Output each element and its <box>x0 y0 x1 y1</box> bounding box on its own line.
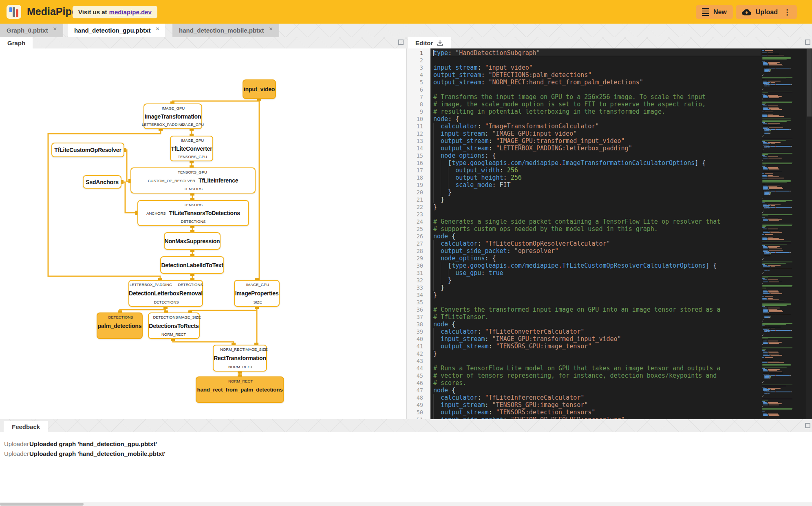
code-line: output_stream: "DETECTIONS:palm_detectio… <box>430 71 805 79</box>
file-tab-hand_detection_gpu.pbtxt[interactable]: hand_detection_gpu.pbtxt✕ <box>68 24 165 37</box>
line-number: 12 <box>417 130 423 137</box>
graph-node-non_max_suppression[interactable]: NonMaxSuppression <box>164 232 221 250</box>
file-tab-bar: Graph_0.pbtxt✕hand_detection_gpu.pbtxt✕h… <box>0 24 812 37</box>
tab-graph[interactable]: Graph <box>0 37 33 48</box>
code-line: node: { <box>430 115 805 123</box>
line-number-gutter: 1234567891011121314151617181920212223242… <box>407 48 430 419</box>
code-line: # vector of tensors representing, for in… <box>430 372 805 379</box>
tab-editor[interactable]: Editor <box>408 37 451 48</box>
line-number: 33 <box>417 284 423 291</box>
graph-expand-icon[interactable] <box>398 40 404 45</box>
line-number: 8 <box>420 101 423 108</box>
code-line: # TfLiteTensor. <box>430 313 805 321</box>
file-tab-hand_detection_mobile.pbtxt[interactable]: hand_detection_mobile.pbtxt✕ <box>172 24 279 37</box>
node-title: SsdAnchors <box>86 179 118 185</box>
file-tab-label: hand_detection_gpu.pbtxt <box>74 27 151 34</box>
code-line: # Converts the transformed input image o… <box>430 306 805 313</box>
line-number: 17 <box>417 167 423 174</box>
line-number: 11 <box>417 123 423 130</box>
horizontal-scrollbar[interactable] <box>0 502 812 506</box>
new-button[interactable]: New <box>696 5 733 19</box>
port-label: IMAGE_GPU <box>181 122 204 127</box>
code-line: # resulting in potential letterboxing in… <box>430 108 805 115</box>
file-tab-Graph_0.pbtxt[interactable]: Graph_0.pbtxt✕ <box>0 24 63 37</box>
line-number: 47 <box>417 387 423 394</box>
line-number: 7 <box>420 93 423 101</box>
line-number: 43 <box>417 357 423 365</box>
port-label: NORM_RECT <box>161 332 186 337</box>
graph-node-detection_label_id_to_text[interactable]: DetectionLabelIdToText <box>160 256 224 274</box>
code-line: input_stream: "input_video" <box>430 64 805 71</box>
graph-node-detection_letterbox_removal[interactable]: DetectionLetterboxRemovalLETTERBOX_PADDI… <box>128 280 203 307</box>
code-line: output_height: 256 <box>430 174 805 181</box>
code-line: output_stream: "TENSORS:detection_tensor… <box>430 409 805 416</box>
graph-node-tflite_tensors_to_detections[interactable]: ANCHORSTfLiteTensorsToDetectionsTENSORSD… <box>137 200 249 226</box>
code-line: output_stream: "IMAGE_GPU:transformed_in… <box>430 137 805 145</box>
line-number: 44 <box>417 365 423 372</box>
line-number: 22 <box>417 203 423 211</box>
line-number: 19 <box>417 181 423 189</box>
code-line: calculator: "TfLiteConverterCalculator" <box>430 328 805 335</box>
cloud-upload-icon <box>742 9 752 15</box>
visit-pill: Visit us at mediapipe.dev <box>73 6 157 18</box>
panel-tab-bar: Graph Editor <box>0 37 812 48</box>
port-label: TENSORS_GPU <box>178 154 207 159</box>
tab-close-icon[interactable]: ✕ <box>269 26 273 32</box>
line-number: 3 <box>420 64 423 71</box>
line-number: 28 <box>417 247 423 255</box>
code-line: # image, the scale_mode option is set to… <box>430 101 805 108</box>
port-label: SIZE <box>253 300 262 304</box>
line-number: 4 <box>420 71 423 79</box>
code-line: output_width: 256 <box>430 167 805 174</box>
editor-minimap[interactable] <box>761 48 806 419</box>
node-title: TfLiteInference <box>199 177 238 184</box>
code-editor[interactable]: 1234567891011121314151617181920212223242… <box>406 48 812 419</box>
line-number: 30 <box>417 262 423 269</box>
upload-more-icon[interactable]: ⋮ <box>783 8 791 17</box>
tab-close-icon[interactable]: ✕ <box>155 26 159 32</box>
code-line: # scores. <box>430 379 805 387</box>
line-number: 46 <box>417 379 423 387</box>
graph-node-palm_detections[interactable]: palm_detectionsDETECTIONS <box>97 312 143 339</box>
line-number: 13 <box>417 137 423 145</box>
tab-feedback[interactable]: Feedback <box>4 421 48 432</box>
line-number: 10 <box>417 115 423 123</box>
graph-node-tflite_custom_op_resolver[interactable]: TfLiteCustomOpResolver <box>51 143 124 157</box>
graph-node-tflite_converter[interactable]: TfLiteConverterIMAGE_GPUTENSORS_GPU <box>170 136 213 161</box>
node-title: NonMaxSuppression <box>165 238 220 244</box>
line-number: 24 <box>417 218 423 225</box>
graph-node-image_properties[interactable]: ImagePropertiesIMAGE_GPUSIZE <box>234 280 280 307</box>
line-number: 37 <box>417 313 423 321</box>
node-input-label: ANCHORS <box>146 211 166 216</box>
graph-node-tflite_inference[interactable]: CUSTOM_OP_RESOLVERTfLiteInferenceTENSORS… <box>130 167 256 194</box>
editor-scrollbar[interactable] <box>806 48 812 419</box>
code-line: scale_mode: FIT <box>430 181 805 189</box>
upload-button[interactable]: Upload ⋮ <box>736 5 797 19</box>
graph-node-ssd_anchors[interactable]: SsdAnchors <box>83 175 121 189</box>
feedback-expand-icon[interactable] <box>805 423 810 428</box>
code-area[interactable]: type: "HandDetectionSubgraph"input_strea… <box>430 48 805 419</box>
tab-close-icon[interactable]: ✕ <box>53 26 57 32</box>
graph-canvas[interactable]: input_videoImageTransformationIMAGE_GPUL… <box>0 48 406 419</box>
download-icon[interactable] <box>436 39 444 47</box>
line-number: 32 <box>417 277 423 284</box>
editor-scrollbar-thumb[interactable] <box>807 49 812 117</box>
graph-node-rect_transformation[interactable]: RectTransformationNORM_RECTIMAGE_SIZENOR… <box>213 345 267 372</box>
line-number: 51 <box>417 416 423 419</box>
node-title: ImageTransformation <box>145 113 201 120</box>
horizontal-scrollbar-thumb[interactable] <box>0 503 84 506</box>
graph-node-image_transformation[interactable]: ImageTransformationIMAGE_GPULETTERBOX_PA… <box>143 103 202 129</box>
port-label: DETECTIONS <box>153 315 178 319</box>
code-line <box>430 299 805 306</box>
port-label: NORM_RECT <box>228 365 253 369</box>
code-line: calculator: "TfLiteCustomOpResolverCalcu… <box>430 240 805 247</box>
graph-node-hand_rect_from_palm_detections[interactable]: hand_rect_from_palm_detectionsNORM_RECT <box>196 376 284 403</box>
graph-node-detections_to_rects[interactable]: DetectionsToRectsDETECTIONSIMAGE_SIZENOR… <box>148 312 200 339</box>
graph-node-input_video[interactable]: input_video <box>243 79 276 99</box>
editor-expand-icon[interactable] <box>805 40 810 45</box>
port-label: LETTERBOX_PADDING <box>142 122 184 127</box>
code-line: calculator: "ImageTransformationCalculat… <box>430 123 805 130</box>
feedback-row: UploaderUploaded graph 'hand_detection_m… <box>0 449 812 458</box>
mediapipe-dev-link[interactable]: mediapipe.dev <box>109 9 152 15</box>
feedback-message: Uploaded graph 'hand_detection_mobile.pb… <box>29 450 165 457</box>
